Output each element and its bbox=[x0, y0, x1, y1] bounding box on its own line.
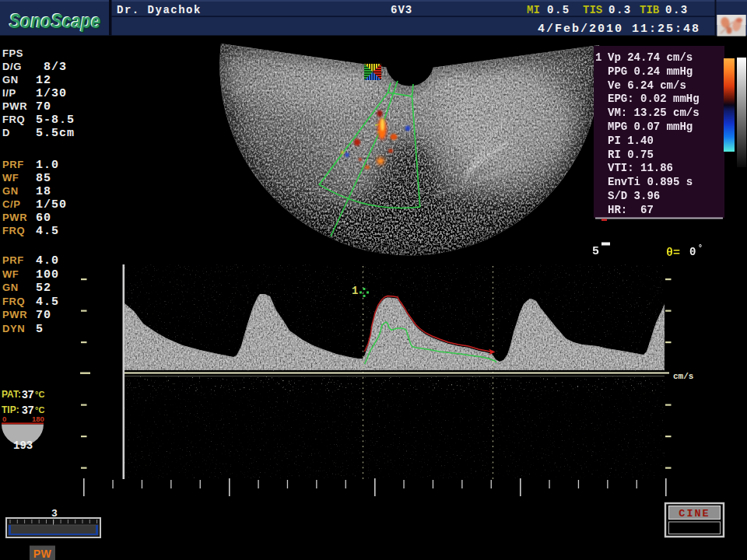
svg-text:85: 85 bbox=[36, 172, 51, 185]
svg-text:°C: °C bbox=[35, 405, 44, 415]
svg-text:PWR: PWR bbox=[2, 309, 27, 320]
svg-text:0: 0 bbox=[2, 415, 6, 423]
svg-text:TIP:: TIP: bbox=[2, 404, 19, 415]
svg-text:0.3: 0.3 bbox=[665, 4, 689, 16]
svg-text:D: D bbox=[2, 127, 10, 138]
svg-text:5: 5 bbox=[36, 323, 44, 336]
svg-text:12: 12 bbox=[36, 74, 51, 87]
svg-text:Vp 24.74 cm/s: Vp 24.74 cm/s bbox=[608, 51, 693, 64]
svg-text:4.5: 4.5 bbox=[36, 225, 59, 238]
svg-text:VTI: 11.86: VTI: 11.86 bbox=[608, 162, 673, 174]
svg-text:PW: PW bbox=[33, 548, 52, 560]
svg-text:PWR: PWR bbox=[2, 212, 27, 223]
svg-text:70: 70 bbox=[36, 309, 51, 322]
svg-text:WF: WF bbox=[2, 268, 19, 280]
svg-text:SonoScape: SonoScape bbox=[9, 9, 100, 33]
svg-text:18: 18 bbox=[36, 185, 51, 198]
svg-text:PRF: PRF bbox=[2, 159, 24, 170]
svg-text:Ve 6.24 cm/s: Ve 6.24 cm/s bbox=[608, 79, 686, 92]
svg-text:60: 60 bbox=[36, 212, 51, 225]
svg-text:EPG: 0.02 mmHg: EPG: 0.02 mmHg bbox=[608, 93, 700, 105]
svg-text:1: 1 bbox=[595, 51, 601, 64]
svg-text:100: 100 bbox=[36, 268, 59, 282]
svg-text:5-8.5: 5-8.5 bbox=[36, 114, 75, 127]
svg-text:PAT:: PAT: bbox=[2, 389, 21, 400]
svg-text:CINE: CINE bbox=[679, 508, 710, 520]
svg-text:Dr. Dyachok: Dr. Dyachok bbox=[117, 4, 202, 16]
svg-text:8/3: 8/3 bbox=[36, 61, 67, 74]
svg-text:180: 180 bbox=[32, 415, 44, 423]
svg-text:70: 70 bbox=[36, 100, 51, 114]
svg-text:I/P: I/P bbox=[2, 87, 16, 99]
svg-text:37: 37 bbox=[22, 388, 34, 401]
svg-text:°C: °C bbox=[35, 390, 44, 399]
svg-text:4/Feb/2010 11:25:48: 4/Feb/2010 11:25:48 bbox=[538, 23, 700, 36]
svg-text:GN: GN bbox=[2, 282, 19, 293]
svg-text:VM: 13.25 cm/s: VM: 13.25 cm/s bbox=[608, 107, 700, 119]
svg-text:5.5cm: 5.5cm bbox=[36, 127, 75, 140]
svg-text:PPG 0.24 mmHg: PPG 0.24 mmHg bbox=[608, 65, 693, 78]
svg-text:C/P: C/P bbox=[2, 198, 20, 210]
svg-text:1: 1 bbox=[352, 285, 358, 297]
svg-text:DYN: DYN bbox=[2, 323, 25, 334]
svg-text:1.0: 1.0 bbox=[36, 159, 59, 172]
svg-text:FRQ: FRQ bbox=[2, 114, 25, 125]
svg-text:193: 193 bbox=[13, 439, 33, 452]
svg-text:1/50: 1/50 bbox=[36, 198, 67, 212]
svg-text:MPG 0.07 mmHg: MPG 0.07 mmHg bbox=[608, 121, 693, 133]
svg-text:S/D 3.96: S/D 3.96 bbox=[608, 190, 660, 202]
svg-text:FRQ: FRQ bbox=[2, 225, 25, 236]
svg-text:GN: GN bbox=[2, 185, 19, 197]
svg-text:D/G: D/G bbox=[2, 61, 22, 72]
svg-text:TIB: TIB bbox=[640, 4, 660, 16]
svg-text:PRF: PRF bbox=[2, 254, 24, 266]
svg-text:EnvTi 0.895 s: EnvTi 0.895 s bbox=[608, 176, 693, 188]
svg-text:0.3: 0.3 bbox=[608, 4, 632, 16]
svg-text:1/30: 1/30 bbox=[36, 87, 67, 100]
svg-text:FRQ: FRQ bbox=[2, 296, 25, 307]
svg-text:4.0: 4.0 bbox=[36, 254, 59, 268]
svg-text:°: ° bbox=[698, 244, 703, 253]
svg-text:52: 52 bbox=[36, 282, 51, 295]
svg-text:FPS: FPS bbox=[2, 47, 23, 59]
svg-text:0: 0 bbox=[689, 246, 696, 258]
svg-text:WF: WF bbox=[2, 172, 19, 184]
svg-text:0.5: 0.5 bbox=[547, 4, 570, 16]
svg-text:4.5: 4.5 bbox=[36, 296, 59, 309]
svg-text:PWR: PWR bbox=[2, 100, 27, 112]
svg-text:θ=: θ= bbox=[666, 247, 680, 260]
svg-text:TIS: TIS bbox=[583, 4, 602, 16]
svg-text:RI 0.75: RI 0.75 bbox=[608, 149, 654, 161]
svg-text:HR: 67: HR: 67 bbox=[608, 204, 654, 216]
svg-text:5: 5 bbox=[592, 245, 599, 258]
svg-text:6V3: 6V3 bbox=[391, 4, 412, 16]
svg-text:GN: GN bbox=[2, 74, 19, 86]
svg-text:cm/s: cm/s bbox=[673, 372, 693, 381]
svg-text:PI 1.40: PI 1.40 bbox=[608, 135, 654, 147]
svg-text:MI: MI bbox=[527, 4, 540, 16]
